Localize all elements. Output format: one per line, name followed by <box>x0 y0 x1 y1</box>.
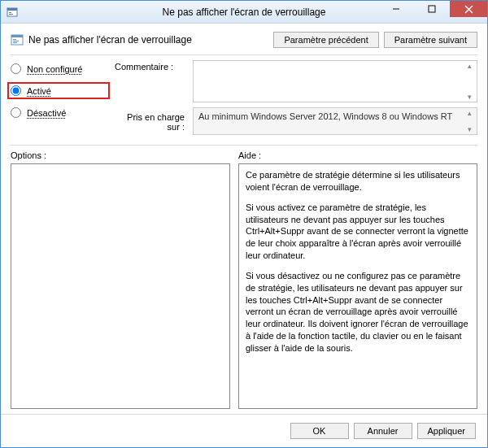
svg-rect-12 <box>13 42 17 43</box>
comment-label: Commentaire : <box>115 60 188 102</box>
help-panel[interactable]: Ce paramètre de stratégie détermine si l… <box>238 163 477 409</box>
main-area: Options : Aide : Ce paramètre de stratég… <box>1 150 487 414</box>
divider <box>11 145 477 146</box>
supported-on-box: Au minimum Windows Server 2012, Windows … <box>193 107 477 135</box>
supported-scroll[interactable]: ▴▾ <box>463 109 476 133</box>
supported-on-text: Au minimum Windows Server 2012, Windows … <box>198 111 452 121</box>
apply-button[interactable]: Appliquer <box>417 423 476 439</box>
svg-rect-11 <box>13 41 19 41</box>
help-column: Aide : Ce paramètre de stratégie détermi… <box>238 150 477 409</box>
next-setting-button[interactable]: Paramètre suivant <box>384 32 477 48</box>
radio-group: Non configuré Activé Désactivé <box>11 60 110 135</box>
policy-icon <box>11 33 24 46</box>
ok-button[interactable]: OK <box>290 423 349 439</box>
svg-rect-3 <box>9 14 13 15</box>
policy-title: Ne pas afficher l'écran de verrouillage <box>28 34 192 46</box>
app-icon <box>6 6 19 19</box>
previous-setting-button[interactable]: Paramètre précédent <box>273 32 378 48</box>
titlebar-title: Ne pas afficher l'écran de verrouillage <box>163 7 326 18</box>
close-button[interactable] <box>450 1 487 17</box>
radio-enabled[interactable]: Activé <box>7 82 110 99</box>
minimize-button[interactable] <box>378 1 414 17</box>
divider <box>11 54 477 55</box>
radio-enabled-input[interactable] <box>11 85 21 96</box>
radio-enabled-label: Activé <box>27 86 51 96</box>
maximize-button[interactable] <box>414 1 450 17</box>
help-paragraph: Ce paramètre de stratégie détermine si l… <box>246 169 470 194</box>
radio-not-configured-label: Non configuré <box>27 64 83 74</box>
svg-rect-9 <box>11 35 23 37</box>
radio-disabled[interactable]: Désactivé <box>11 107 110 118</box>
svg-rect-2 <box>9 12 11 13</box>
footer: OK Annuler Appliquer <box>1 415 487 447</box>
options-column: Options : <box>11 150 230 409</box>
radio-not-configured[interactable]: Non configuré <box>11 63 110 74</box>
radio-not-configured-input[interactable] <box>11 63 21 74</box>
svg-rect-1 <box>7 8 17 11</box>
options-label: Options : <box>11 150 230 160</box>
radio-disabled-input[interactable] <box>11 107 21 118</box>
options-panel[interactable] <box>11 163 230 409</box>
help-paragraph: Si vous activez ce paramètre de stratégi… <box>246 202 470 262</box>
titlebar-controls <box>378 1 487 23</box>
svg-rect-10 <box>13 39 16 40</box>
header-row: Ne pas afficher l'écran de verrouillage … <box>1 24 487 54</box>
cancel-button[interactable]: Annuler <box>354 423 412 439</box>
policy-editor-window: Ne pas afficher l'écran de verrouillage <box>0 0 488 448</box>
comment-textarea[interactable]: ▴▾ <box>193 60 477 102</box>
config-row: Non configuré Activé Désactivé Commentai… <box>1 60 487 138</box>
help-label: Aide : <box>238 150 477 160</box>
comment-scroll[interactable]: ▴▾ <box>463 62 476 101</box>
help-paragraph: Si vous désactivez ou ne configurez pas … <box>246 270 470 354</box>
supported-on-label: Pris en charge sur : <box>115 107 188 132</box>
svg-rect-5 <box>429 6 435 12</box>
meta-column: Commentaire : ▴▾ Pris en charge sur : Au… <box>115 60 477 135</box>
titlebar: Ne pas afficher l'écran de verrouillage <box>1 1 487 24</box>
radio-disabled-label: Désactivé <box>27 108 66 118</box>
